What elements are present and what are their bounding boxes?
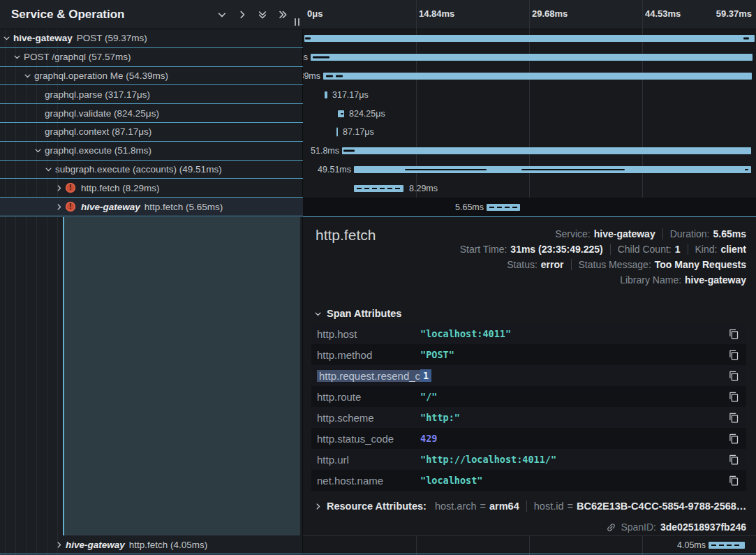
meta-label: Start Time: [460,244,507,255]
section-title: Span Attributes [327,308,401,319]
tree-row[interactable]: graphql.execute (51.8ms) [0,142,303,161]
tree-row[interactable]: subgraph.execute (accounts) (49.51ms) [0,161,303,179]
copy-button[interactable] [729,371,739,381]
tree-row[interactable]: hive-gateway http.fetch (4.05ms) [0,536,303,554]
attribute-row[interactable]: http.url "http://localhost:4011/" [311,449,746,470]
span-attributes-toggle[interactable]: Span Attributes [314,308,401,319]
copy-button[interactable] [729,475,739,486]
copy-button[interactable] [729,329,739,339]
operation-name: graphql.validate (824.25μs) [45,108,159,119]
timeline-row: 4.05ms [303,536,756,554]
meta-label: Duration: [670,228,710,239]
span-bar[interactable] [342,147,751,154]
tree-row[interactable]: http.fetch (8.29ms) [0,179,303,198]
tree-row[interactable]: graphql.validate (824.25μs) [0,104,303,123]
expand-all-button[interactable] [278,10,288,20]
tree-row[interactable]: graphql.operation Me (54.39ms) [0,67,303,86]
span-bar[interactable] [354,166,751,173]
service-name: hive-gateway [66,540,125,550]
chevron-right-icon[interactable] [55,203,63,211]
timeline-row: 51.8ms [303,142,756,161]
tree-row[interactable]: POST /graphql (57.57ms) [0,48,303,67]
timeline-row: 8.29ms [303,179,756,198]
ruler-tick: 0μs [307,8,323,19]
expand-one-button[interactable] [237,10,247,20]
divider [571,259,572,270]
copy-button[interactable] [729,350,739,360]
copy-icon [729,392,739,402]
copy-button[interactable] [729,454,739,465]
span-bar[interactable] [336,128,338,137]
span-bar[interactable] [323,73,752,80]
attribute-row[interactable]: net.host.name "localhost" [311,470,746,491]
span-duration-label: 5.65ms [455,202,484,212]
attribute-row[interactable]: http.route "/" [311,386,746,407]
timeline-panel: 0μs 14.84ms 29.68ms 44.53ms 59.37ms 57.5… [303,0,756,555]
copy-button[interactable] [729,434,739,444]
chevron-right-icon [237,10,247,20]
copy-icon [729,434,739,444]
chevron-down-icon[interactable] [13,53,21,61]
meta-value: hive-gateway [594,228,655,239]
attribute-value: "localhost:4011" [420,328,511,339]
span-bar[interactable] [709,542,745,549]
chevron-right-icon[interactable] [55,541,63,549]
equals-sign: = [480,501,486,512]
tree-header: Service & Operation [0,0,303,29]
copy-button[interactable] [729,392,739,402]
tree-row-selected[interactable]: hive-gateway http.fetch (5.65ms) [0,198,303,216]
timeline-row [303,29,756,48]
attribute-row[interactable]: http.host "localhost:4011" [311,323,746,344]
resource-key: host.id [534,501,564,512]
resource-attributes-toggle[interactable]: Resource Attributes: host.arch = arm64 h… [314,501,746,512]
chevron-right-icon [314,503,322,510]
copy-icon [729,329,739,339]
row-underline [0,554,756,554]
span-bar[interactable] [338,110,344,117]
timeline-row: 824.25μs [303,104,756,123]
panel-resize-handle[interactable] [295,18,299,26]
link-icon[interactable] [604,519,618,534]
attribute-row[interactable]: http.scheme "http:" [311,407,746,428]
span-bar[interactable] [487,204,520,211]
span-tree-panel: hive-gateway POST (59.37ms) POST /graphq… [0,0,303,555]
meta-label: Status: [507,259,538,270]
span-bar[interactable] [325,91,327,98]
section-title: Resource Attributes: [327,501,427,512]
attribute-row[interactable]: http.request.resend_count 1 [311,365,746,386]
expanded-span-detail-area [63,217,300,535]
copy-button[interactable] [729,413,739,423]
chevron-down-icon[interactable] [3,34,10,42]
meta-label: Service: [555,228,591,239]
operation-name: POST (59.37ms) [77,33,147,43]
meta-label: Library Name: [620,274,681,286]
span-bar[interactable] [354,185,403,192]
span-id-row: SpanID: 3de02518937fb246 [606,521,746,533]
collapse-one-button[interactable] [217,10,227,20]
error-icon [66,202,75,212]
span-bar[interactable] [311,54,753,61]
attribute-key: http.scheme [317,412,420,424]
attribute-row[interactable]: http.method "POST" [311,344,746,365]
attribute-key: http.route [317,391,420,403]
attribute-value: 1 [420,369,431,382]
operation-name: graphql.context (87.17μs) [45,126,151,137]
operation-name: subgraph.execute (accounts) (49.51ms) [55,164,222,175]
span-bar[interactable] [304,35,755,42]
collapse-all-button[interactable] [258,10,267,20]
span-duration-label: 57.57ms [303,52,308,62]
attribute-key: http.url [317,454,420,466]
tree-row[interactable]: graphql.parse (317.17μs) [0,85,303,104]
operation-name: http.fetch (8.29ms) [81,183,160,193]
attribute-key: http.status_code [317,433,420,445]
meta-value: error [541,259,564,270]
meta-value: 5.65ms [713,228,746,239]
operation-name: graphql.operation Me (54.39ms) [34,71,168,81]
tree-row[interactable]: graphql.context (87.17μs) [0,123,303,142]
chevron-down-icon[interactable] [34,147,42,154]
attribute-row[interactable]: http.status_code 429 [311,428,746,449]
chevron-down-icon[interactable] [45,165,52,173]
chevron-right-icon[interactable] [55,184,63,192]
chevron-down-icon[interactable] [24,72,31,80]
tree-row[interactable]: hive-gateway POST (59.37ms) [0,29,303,48]
